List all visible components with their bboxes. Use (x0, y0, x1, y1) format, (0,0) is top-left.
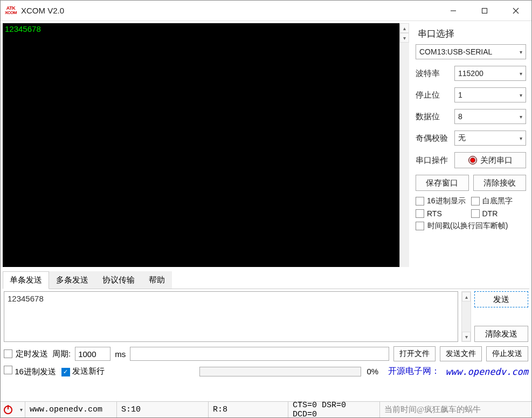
send-input[interactable]: 12345678 (4, 291, 458, 342)
close-button[interactable] (500, 1, 531, 21)
rts-checkbox[interactable]: RTS (416, 209, 471, 218)
databits-select[interactable]: 8 ▾ (454, 109, 526, 124)
period-unit: ms (115, 350, 126, 359)
send-file-button[interactable]: 发送文件 (440, 346, 482, 361)
databits-label: 数据位 (416, 112, 451, 122)
status-power[interactable]: ▾ (1, 402, 25, 417)
period-input[interactable]: 1000 (75, 347, 110, 361)
timed-send-checkbox[interactable]: 定时发送 (4, 349, 48, 359)
baud-select[interactable]: 115200 ▾ (454, 66, 526, 81)
checkbox-icon (471, 209, 480, 218)
chevron-down-icon: ▾ (520, 135, 522, 141)
window-title: XCOM V2.0 (21, 6, 64, 15)
terminal-scrollbar[interactable]: ▴ ▾ (399, 23, 409, 267)
status-watermark: 当前时间@疯狂飙车的蜗牛 (380, 402, 531, 417)
chevron-down-icon: ▾ (20, 407, 23, 413)
parity-select[interactable]: 无 ▾ (454, 131, 526, 146)
tab-protocol[interactable]: 协议传输 (95, 271, 142, 289)
timestamp-checkbox[interactable]: 时间戳(以换行回车断帧) (416, 221, 526, 231)
panel-heading: 串口选择 (418, 28, 526, 40)
chevron-down-icon: ▾ (520, 114, 522, 120)
chevron-down-icon: ▾ (520, 49, 522, 55)
progress-percent: 0% (367, 367, 383, 376)
link-label: 开源电子网： (388, 366, 440, 377)
terminal-output: 12345678 (5, 24, 41, 33)
status-signals: CTS=0 DSR=0 DCD=0 (288, 402, 380, 417)
svg-rect-1 (482, 8, 487, 13)
hex-send-checkbox[interactable]: 16进制发送 (4, 366, 56, 377)
checkbox-icon (471, 197, 480, 205)
stopbits-label: 停止位 (416, 90, 451, 100)
port-select[interactable]: COM13:USB-SERIAL ▾ (416, 44, 526, 59)
tab-multi-send[interactable]: 多条发送 (49, 271, 95, 289)
send-newline-checkbox[interactable]: ✓ 发送新行 (61, 366, 105, 376)
tab-single-send[interactable]: 单条发送 (3, 271, 49, 289)
checkbox-icon (416, 222, 424, 230)
stop-send-button[interactable]: 停止发送 (486, 346, 528, 361)
period-label: 周期: (52, 349, 71, 359)
receive-terminal[interactable]: 12345678 (3, 23, 399, 267)
titlebar: ATK XCOM XCOM V2.0 (1, 1, 531, 21)
scroll-up-icon[interactable]: ▴ (400, 23, 409, 33)
baud-label: 波特率 (416, 68, 451, 79)
power-icon (4, 406, 12, 414)
statusbar: ▾ www.openedv.com S:10 R:8 CTS=0 DSR=0 D… (1, 401, 531, 417)
parity-label: 奇偶校验 (416, 133, 451, 143)
serial-settings-panel: 串口选择 COM13:USB-SERIAL ▾ 波特率 115200 ▾ 停止位 (413, 23, 529, 268)
checkbox-icon (4, 350, 12, 358)
checkbox-icon (416, 209, 424, 218)
maximize-button[interactable] (469, 1, 500, 21)
scroll-up-icon[interactable]: ▴ (462, 292, 471, 301)
dtr-checkbox[interactable]: DTR (471, 209, 527, 218)
port-toggle-button[interactable]: 关闭串口 (454, 152, 526, 168)
scroll-down-icon[interactable]: ▾ (400, 33, 409, 43)
file-path-input[interactable] (130, 347, 389, 361)
white-bg-checkbox[interactable]: 白底黑字 (471, 196, 527, 206)
checkbox-icon (416, 197, 424, 205)
minimize-button[interactable] (438, 1, 469, 21)
hex-display-checkbox[interactable]: 16进制显示 (416, 196, 471, 206)
send-scrollbar[interactable]: ▴ ▾ (461, 291, 471, 342)
status-received: R:8 (209, 402, 288, 417)
progress-bar (199, 367, 361, 376)
openedv-link[interactable]: www.openedv.com (445, 366, 528, 377)
status-sent: S:10 (117, 402, 209, 417)
tab-help[interactable]: 帮助 (142, 271, 172, 289)
clear-send-button[interactable]: 清除发送 (474, 326, 528, 342)
checkbox-icon (4, 366, 12, 374)
clear-receive-button[interactable]: 清除接收 (473, 175, 527, 191)
stopbits-select[interactable]: 1 ▾ (454, 87, 526, 102)
chevron-down-icon: ▾ (520, 71, 522, 77)
send-button[interactable]: 发送 (474, 291, 528, 307)
send-tabs: 单条发送 多条发送 协议传输 帮助 (3, 271, 529, 289)
save-window-button[interactable]: 保存窗口 (416, 175, 469, 191)
port-op-label: 串口操作 (416, 155, 451, 166)
open-file-button[interactable]: 打开文件 (393, 346, 436, 361)
app-window: ATK XCOM XCOM V2.0 12345678 ▴ (0, 0, 532, 418)
chevron-down-icon: ▾ (520, 92, 522, 98)
scroll-down-icon[interactable]: ▾ (462, 332, 471, 341)
status-url[interactable]: www.openedv.com (25, 402, 117, 417)
checkbox-icon: ✓ (61, 368, 70, 376)
record-icon (468, 156, 477, 165)
app-icon: ATK XCOM (5, 5, 17, 17)
